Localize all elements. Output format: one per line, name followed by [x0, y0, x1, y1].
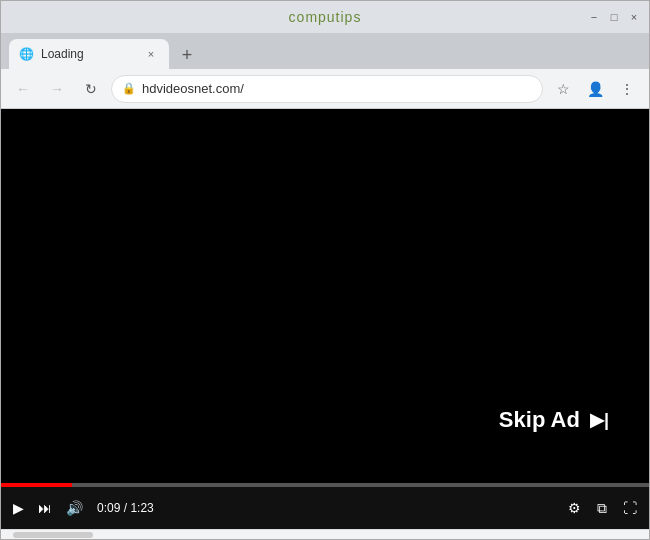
- settings-button[interactable]: ⚙: [564, 496, 585, 520]
- lock-icon: 🔒: [122, 82, 136, 95]
- forward-button[interactable]: →: [43, 75, 71, 103]
- close-button[interactable]: ×: [627, 10, 641, 24]
- miniplayer-button[interactable]: ⧉: [593, 496, 611, 521]
- menu-button[interactable]: ⋮: [613, 75, 641, 103]
- time-current: 0:09: [97, 501, 120, 515]
- skip-ad-button[interactable]: Skip Ad ▶|: [479, 393, 629, 447]
- new-tab-button[interactable]: +: [173, 41, 201, 69]
- video-content[interactable]: Skip Ad ▶|: [1, 109, 649, 487]
- minimize-button[interactable]: −: [587, 10, 601, 24]
- back-button[interactable]: ←: [9, 75, 37, 103]
- bookmark-button[interactable]: ☆: [549, 75, 577, 103]
- next-button[interactable]: ⏭: [34, 496, 56, 520]
- window-controls: − □ ×: [587, 10, 641, 24]
- skip-ad-label: Skip Ad: [499, 407, 580, 433]
- profile-button[interactable]: 👤: [581, 75, 609, 103]
- volume-button[interactable]: 🔊: [62, 496, 87, 520]
- time-total: 1:23: [130, 501, 153, 515]
- skip-ad-icon: ▶|: [590, 409, 609, 431]
- address-bar: ← → ↻ 🔒 hdvideosnet.com/ ☆ 👤 ⋮: [1, 69, 649, 109]
- brand-label: computips: [289, 9, 362, 25]
- tab-close-button[interactable]: ×: [143, 46, 159, 62]
- video-area: Skip Ad ▶| ▶ ⏭ 🔊 0:09 / 1:23 ⚙ ⧉ ⛶: [1, 109, 649, 529]
- title-bar: computips − □ ×: [1, 1, 649, 33]
- maximize-button[interactable]: □: [607, 10, 621, 24]
- refresh-button[interactable]: ↻: [77, 75, 105, 103]
- url-text: hdvideosnet.com/: [142, 81, 532, 96]
- controls-right: ⚙ ⧉ ⛶: [564, 496, 641, 521]
- play-button[interactable]: ▶: [9, 496, 28, 520]
- progress-bar-fill: [1, 483, 72, 487]
- scrollbar-thumb[interactable]: [13, 532, 93, 538]
- tab-title: Loading: [41, 47, 135, 61]
- controls-bar: ▶ ⏭ 🔊 0:09 / 1:23 ⚙ ⧉ ⛶: [1, 487, 649, 529]
- progress-bar-container[interactable]: [1, 483, 649, 487]
- address-actions: ☆ 👤 ⋮: [549, 75, 641, 103]
- browser-window: computips − □ × 🌐 Loading × + ← → ↻ 🔒 hd…: [0, 0, 650, 540]
- url-bar[interactable]: 🔒 hdvideosnet.com/: [111, 75, 543, 103]
- tab-favicon-icon: 🌐: [19, 47, 33, 61]
- current-time: 0:09 / 1:23: [97, 501, 154, 515]
- scrollbar-area: [1, 529, 649, 539]
- tab-bar: 🌐 Loading × +: [1, 33, 649, 69]
- fullscreen-button[interactable]: ⛶: [619, 496, 641, 520]
- browser-tab[interactable]: 🌐 Loading ×: [9, 39, 169, 69]
